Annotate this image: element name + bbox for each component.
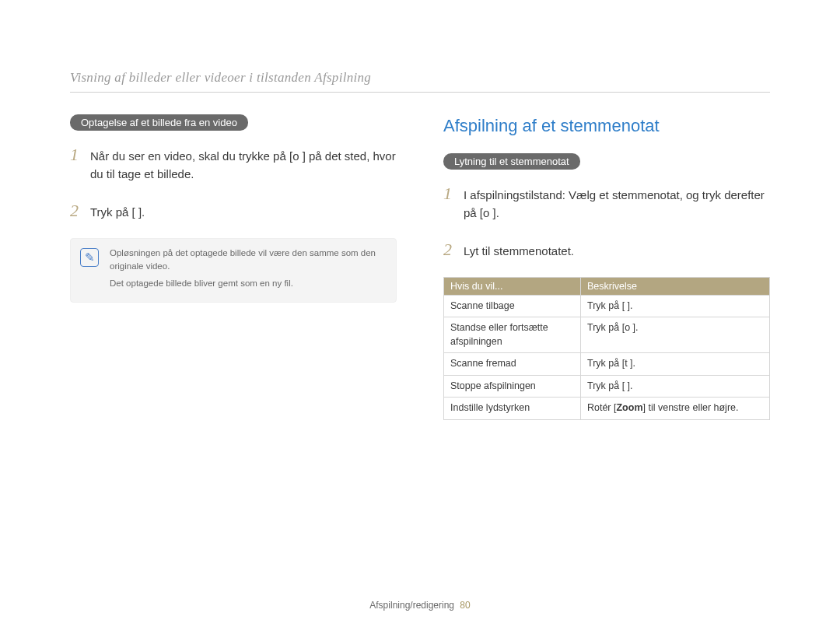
right-heading: Afspilning af et stemmenotat <box>443 116 770 136</box>
note-line-1: Opløsningen på det optagede billede vil … <box>110 247 387 275</box>
note-box: ✎ Opløsningen på det optagede billede vi… <box>70 238 397 303</box>
step-text: Når du ser en video, skal du trykke på [… <box>90 147 397 184</box>
footer-section: Afspilning/redigering <box>369 600 454 611</box>
note-body: Opløsningen på det optagede billede vil … <box>110 247 387 294</box>
step-text: Tryk på [ ]. <box>90 203 397 221</box>
left-step-1: 1 Når du ser en video, skal du trykke på… <box>70 142 397 184</box>
cell-action: Scanne tilbage <box>444 295 581 317</box>
table-row: Stoppe afspilningen Tryk på [ ]. <box>444 375 770 398</box>
table-header-description: Beskrivelse <box>580 277 769 295</box>
step-number: 2 <box>443 236 456 263</box>
cell-action: Standse eller fortsætte afspilningen <box>444 317 581 353</box>
right-column: Afspilning af et stemmenotat Lytning til… <box>443 114 770 420</box>
cell-description: Tryk på [o ]. <box>580 317 769 353</box>
left-column: Optagelse af et billede fra en video 1 N… <box>70 114 397 420</box>
content-columns: Optagelse af et billede fra en video 1 N… <box>70 114 770 420</box>
page-footer: Afspilning/redigering 80 <box>0 600 840 611</box>
voice-memo-table: Hvis du vil... Beskrivelse Scanne tilbag… <box>443 277 770 420</box>
cell-description: Rotér [Zoom] til venstre eller højre. <box>580 398 769 420</box>
footer-page-number: 80 <box>460 600 470 611</box>
step-number: 1 <box>443 180 456 207</box>
right-step-1: 1 I afspilningstilstand: Vælg et stemmen… <box>443 180 770 222</box>
note-line-2: Det optagede billede bliver gemt som en … <box>110 277 387 291</box>
cell-action: Scanne fremad <box>444 353 581 376</box>
table-row: Scanne fremad Tryk på [t ]. <box>444 353 770 376</box>
right-section-label: Lytning til et stemmenotat <box>443 153 580 170</box>
cell-description: Tryk på [t ]. <box>580 353 769 376</box>
cell-action: Stoppe afspilningen <box>444 375 581 398</box>
page-breadcrumb: Visning af billeder eller videoer i tils… <box>70 70 770 93</box>
table-row: Indstille lydstyrken Rotér [Zoom] til ve… <box>444 398 770 420</box>
step-text: Lyt til stemmenotatet. <box>464 242 770 260</box>
left-step-2: 2 Tryk på [ ]. <box>70 198 397 224</box>
step-number: 2 <box>70 198 82 224</box>
table-row: Scanne tilbage Tryk på [ ]. <box>444 295 770 317</box>
note-icon: ✎ <box>80 248 99 267</box>
right-step-2: 2 Lyt til stemmenotatet. <box>443 236 770 263</box>
cell-description: Tryk på [ ]. <box>580 295 769 317</box>
table-row: Standse eller fortsætte afspilningen Try… <box>444 317 770 353</box>
step-text: I afspilningstilstand: Vælg et stemmenot… <box>464 186 770 222</box>
step-number: 1 <box>70 142 82 168</box>
left-section-label: Optagelse af et billede fra en video <box>70 114 248 131</box>
cell-action: Indstille lydstyrken <box>444 398 581 420</box>
cell-description: Tryk på [ ]. <box>580 375 769 398</box>
table-header-action: Hvis du vil... <box>444 277 581 295</box>
